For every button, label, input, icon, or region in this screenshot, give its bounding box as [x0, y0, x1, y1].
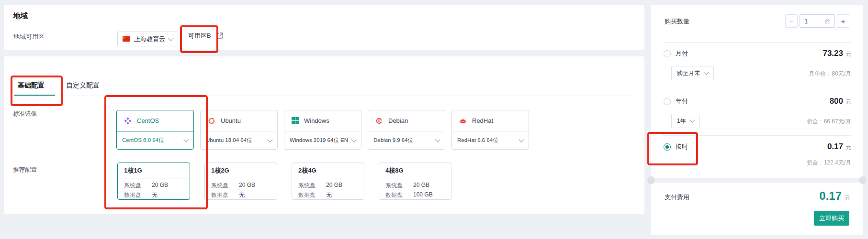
divider [663, 90, 851, 90]
disk-value: 20 GB [326, 182, 342, 190]
region-select[interactable]: 上海教育云 [117, 32, 178, 46]
price-value: 0.17 [827, 142, 843, 152]
chevron-down-icon [351, 137, 356, 142]
price-currency: 元 [845, 50, 851, 58]
plan-yearly-radio[interactable] [664, 98, 671, 105]
tabs-divider [14, 96, 632, 96]
plan-monthly-duration-select[interactable]: 购至月末 [671, 66, 714, 80]
chevron-down-icon [689, 117, 695, 122]
spec-card-2c4g[interactable]: 2核4G 系统盘 20 GB 数据盘 无 [292, 163, 364, 200]
plan-monthly-note: 月单价：80元/月 [809, 70, 851, 78]
spec-card-1c1g[interactable]: 1核1G 系统盘 20 GB 数据盘 无 [117, 163, 190, 200]
quantity-value: 1 [804, 18, 808, 25]
redhat-icon [459, 117, 467, 125]
image-version-value: Windows 2019 64位 EN [290, 137, 348, 144]
spec-data-disk-row: 数据盘 无 [298, 191, 358, 199]
plan-price: 800 元 [830, 97, 851, 106]
payment-amount: 0.17 元 [819, 189, 850, 203]
buy-now-button[interactable]: 立即购买 [814, 211, 849, 226]
spec-name: 4核8G [379, 163, 451, 178]
image-card-debian[interactable]: Debian Debian 9.9 64位 [368, 110, 445, 150]
disk-label: 数据盘 [385, 191, 413, 199]
payment-amount-value: 0.17 [819, 189, 842, 203]
chevron-down-icon [519, 137, 524, 142]
ubuntu-icon [208, 117, 215, 125]
plan-name: 按时 [676, 142, 688, 151]
disk-value: 20 GB [239, 182, 255, 190]
image-row-label: 标准镜像 [13, 110, 37, 118]
chevron-down-icon [168, 35, 173, 41]
payment-label: 支付费用 [665, 193, 689, 202]
tab-custom-config[interactable]: 自定义配置 [66, 81, 100, 90]
spec-card-1c2g[interactable]: 1核2G 系统盘 20 GB 数据盘 无 [204, 163, 277, 200]
spec-card-4c8g[interactable]: 4核8G 系统盘 20 GB 数据盘 100 GB [379, 163, 451, 200]
centos-icon [124, 117, 132, 125]
image-version-value: CentOS 8.0 64位 [122, 137, 164, 144]
spec-data-disk-row: 数据盘 100 GB [385, 191, 445, 199]
spec-name: 1核2G [205, 163, 277, 178]
chevron-down-icon [435, 137, 440, 142]
price-currency: 元 [845, 98, 851, 106]
quantity-plus-button[interactable]: + [837, 14, 849, 28]
image-card-redhat[interactable]: RedHat RedHat 6.6 64位 [451, 110, 529, 150]
spec-row-label: 推荐配置 [13, 166, 37, 174]
disk-value: 无 [239, 191, 245, 199]
plan-hourly-radio[interactable] [664, 143, 671, 151]
spec-name: 1核1G [118, 163, 190, 178]
image-version-select[interactable]: RedHat 6.6 64位 [452, 131, 529, 149]
plan-name: 月付 [676, 49, 688, 58]
plan-hourly-note: 折合：122.4元/月 [807, 159, 851, 167]
image-card-centos[interactable]: CentOS CentOS 8.0 64位 [116, 110, 194, 150]
image-version-select[interactable]: CentOS 8.0 64位 [117, 131, 193, 149]
quantity-unit: 台 [824, 17, 830, 25]
payment-amount-currency: 元 [845, 194, 850, 202]
image-name: RedHat [472, 117, 493, 124]
windows-icon [292, 117, 299, 124]
disk-label: 系统盘 [385, 182, 413, 190]
image-version-select[interactable]: Debian 9.9 64位 [368, 131, 445, 149]
debian-icon [375, 117, 383, 125]
disk-value: 无 [152, 191, 158, 199]
divider [663, 135, 851, 136]
image-version-value: Ubuntu 18.04 64位 [206, 137, 252, 144]
image-version-value: Debian 9.9 64位 [373, 137, 413, 144]
chevron-down-icon [703, 69, 709, 75]
disk-value: 无 [326, 191, 332, 199]
plan-monthly-radio[interactable] [664, 50, 671, 57]
disk-label: 数据盘 [298, 191, 326, 199]
chevron-down-icon [267, 137, 272, 142]
plan-yearly-duration-select[interactable]: 1年 [671, 114, 700, 128]
panel-notch-right [859, 176, 867, 184]
plan-row-yearly: 年付 800 元 [664, 97, 851, 106]
quantity-minus-button[interactable]: − [785, 14, 798, 28]
quantity-stepper: − 1 台 + [785, 14, 849, 28]
disk-label: 系统盘 [124, 182, 152, 190]
region-title: 地域 [13, 11, 28, 21]
image-name: Ubuntu [221, 117, 241, 124]
divider [663, 42, 851, 43]
price-value: 73.23 [823, 49, 843, 58]
availability-zone[interactable]: 可用区B [188, 32, 211, 40]
disk-value: 20 GB [152, 182, 168, 190]
image-card-windows[interactable]: Windows Windows 2019 64位 EN [284, 110, 361, 150]
spec-data-disk-row: 数据盘 无 [211, 191, 271, 199]
spec-name: 2核4G [292, 163, 364, 178]
external-link-icon[interactable] [216, 32, 224, 39]
plan-yearly-note: 折合：66.67元/月 [807, 118, 851, 126]
disk-value: 100 GB [413, 191, 433, 199]
disk-value: 20 GB [413, 182, 429, 190]
image-version-value: RedHat 6.6 64位 [457, 137, 498, 144]
tab-basic-config[interactable]: 基础配置 [18, 81, 45, 90]
order-panel: 购买数量 − 1 台 + 月付 73.23 元 购至月末 月单价：80元/月 [651, 5, 863, 178]
quantity-input[interactable]: 1 台 [800, 14, 835, 28]
region-select-value: 上海教育云 [134, 35, 165, 43]
image-name: CentOS [137, 117, 159, 124]
image-version-select[interactable]: Windows 2019 64位 EN [284, 131, 361, 149]
duration-value: 1年 [677, 117, 686, 125]
plan-row-monthly: 月付 73.23 元 [664, 49, 851, 58]
image-version-select[interactable]: Ubuntu 18.04 64位 [201, 131, 277, 149]
disk-label: 系统盘 [298, 182, 326, 190]
image-card-ubuntu[interactable]: Ubuntu Ubuntu 18.04 64位 [200, 110, 278, 150]
image-name: Debian [388, 117, 408, 124]
price-value: 800 [830, 97, 843, 106]
